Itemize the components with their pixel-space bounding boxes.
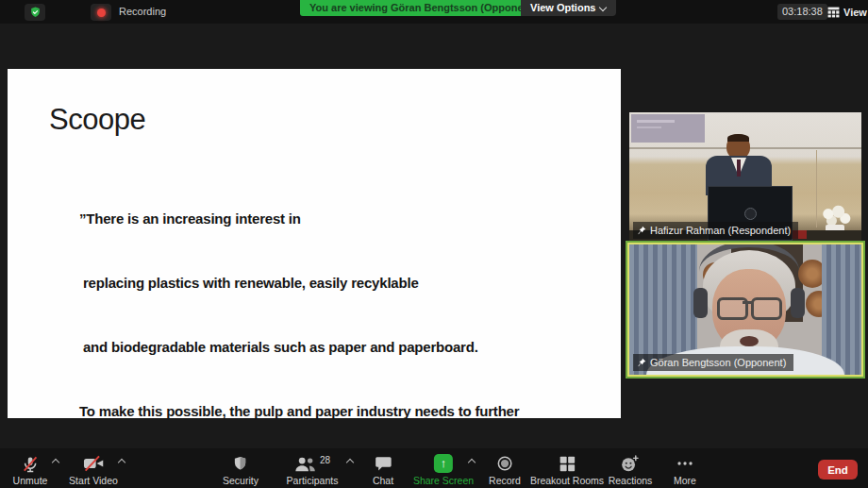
participant-name: Göran Bengtsson (Opponent) <box>650 355 786 370</box>
video-tile-goran-bengtsson-active-speaker[interactable]: Göran Bengtsson (Opponent) <box>627 243 863 377</box>
unmute-label: Unmute <box>13 475 48 486</box>
view-button-label: View <box>843 7 867 18</box>
reactions-smiley-icon <box>621 455 640 473</box>
shared-screen-slide: Scoope ”There is an increasing interest … <box>8 69 621 418</box>
respondent-tie <box>737 160 741 177</box>
monitor-logo <box>744 208 757 220</box>
record-label: Record <box>489 475 521 486</box>
security-shield-icon <box>233 455 249 472</box>
share-options-chevron[interactable] <box>467 459 476 465</box>
end-meeting-button[interactable]: End <box>818 460 858 480</box>
share-screen-button[interactable]: ↑ Share Screen <box>413 454 474 486</box>
recording-dot-icon <box>97 8 106 17</box>
grid-view-icon <box>827 7 840 18</box>
participants-label: Participants <box>287 475 339 486</box>
video-options-chevron[interactable] <box>117 459 126 465</box>
glasses <box>717 297 781 316</box>
view-button[interactable]: View <box>823 3 868 21</box>
chevron-down-icon <box>600 4 607 10</box>
quote-line: ”There is an increasing interest in <box>79 209 519 230</box>
share-screen-label: Share Screen <box>413 475 474 486</box>
participant-name-tag: Hafizur Rahman (Respondent) <box>633 222 798 239</box>
glasses-bridge <box>743 301 752 304</box>
shield-check-icon <box>29 6 42 19</box>
slide-quote: ”There is an increasing interest in repl… <box>79 166 519 488</box>
more-button[interactable]: More <box>674 454 696 486</box>
audio-options-chevron[interactable] <box>51 459 60 465</box>
headphone-earcup <box>693 288 708 318</box>
wall-seam <box>816 150 817 227</box>
curtain-right <box>822 244 861 375</box>
recording-label: Recording <box>119 0 166 24</box>
chat-button[interactable]: Chat <box>373 454 393 486</box>
record-button[interactable]: Record <box>489 454 521 486</box>
slide-title: Scoope <box>49 103 145 137</box>
quote-line: and biodegradable materials such as pape… <box>79 337 519 359</box>
chat-bubble-icon <box>375 455 392 472</box>
more-label: More <box>674 475 696 486</box>
security-button[interactable]: Security <box>223 454 259 486</box>
participants-count: 28 <box>320 455 330 465</box>
video-tile-hafizur-rahman[interactable]: Hafizur Rahman (Respondent) <box>629 112 861 243</box>
record-icon <box>496 455 513 472</box>
quote-line: replacing plastics with renewable, easil… <box>79 273 519 294</box>
share-screen-icon: ↑ <box>434 454 453 473</box>
view-options-label: View Options <box>530 0 595 16</box>
top-bar: Recording You are viewing Göran Bengtsso… <box>0 0 868 24</box>
headphone-earcup <box>791 288 805 318</box>
start-video-button[interactable]: Start Video <box>69 454 118 486</box>
glasses-lens <box>751 297 782 320</box>
participants-icon <box>294 456 317 472</box>
reactions-button[interactable]: Reactions <box>609 454 653 486</box>
microphone-muted-icon <box>21 455 39 473</box>
breakout-rooms-label: Breakout Rooms <box>530 475 604 486</box>
pin-icon <box>637 226 646 235</box>
participant-name: Hafizur Rahman (Respondent) <box>650 223 791 238</box>
pin-icon <box>637 358 646 367</box>
chat-label: Chat <box>373 475 393 486</box>
participants-button[interactable]: 28 Participants <box>287 454 339 486</box>
security-label: Security <box>223 475 259 486</box>
meeting-timer: 03:18:38 <box>777 4 827 20</box>
more-dots-icon <box>676 455 694 472</box>
participants-options-chevron[interactable] <box>345 459 355 465</box>
breakout-rooms-button[interactable]: Breakout Rooms <box>530 454 604 486</box>
participant-name-tag: Göran Bengtsson (Opponent) <box>633 354 793 371</box>
projection-screen <box>631 114 705 143</box>
view-options-button[interactable]: View Options <box>521 0 616 16</box>
quote-line: To make this possible, the pulp and pape… <box>79 401 519 423</box>
meeting-toolbar: Unmute Start Video Security <box>0 448 868 488</box>
start-video-label: Start Video <box>69 475 118 486</box>
recording-indicator <box>91 4 111 21</box>
opponent-mouth <box>740 336 759 346</box>
camera-off-icon <box>83 455 104 472</box>
unmute-button[interactable]: Unmute <box>13 454 48 486</box>
reactions-label: Reactions <box>609 475 653 486</box>
breakout-rooms-icon <box>559 456 575 472</box>
encryption-badge[interactable] <box>25 4 45 21</box>
